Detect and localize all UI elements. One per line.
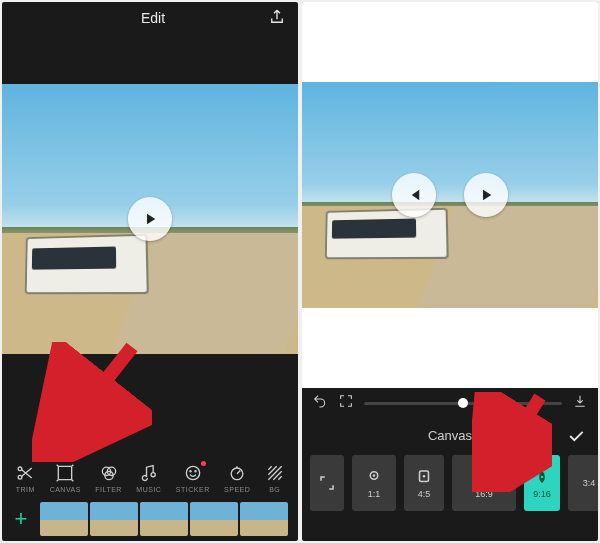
svg-point-1 bbox=[18, 475, 22, 479]
prev-button[interactable] bbox=[392, 173, 436, 217]
aspect-ratio-list: 1:1 4:5 16:9 9:16 3:4 4:3 bbox=[302, 449, 598, 523]
tool-label: BG bbox=[269, 486, 280, 493]
ratio-free[interactable] bbox=[310, 455, 344, 511]
svg-point-12 bbox=[373, 474, 375, 476]
tool-label: CANVAS bbox=[50, 486, 81, 493]
svg-point-8 bbox=[190, 471, 191, 472]
tool-filter[interactable]: FILTER bbox=[95, 463, 122, 493]
svg-rect-2 bbox=[59, 466, 72, 479]
ratio-16-9[interactable]: 16:9 bbox=[452, 455, 516, 511]
tool-speed[interactable]: SPEED bbox=[224, 463, 250, 493]
add-clip-button[interactable]: + bbox=[8, 506, 34, 532]
ratio-1-1[interactable]: 1:1 bbox=[352, 455, 396, 511]
ratio-label: 9:16 bbox=[533, 489, 551, 499]
tool-canvas[interactable]: CANVAS bbox=[50, 463, 81, 493]
edit-toolbar: TRIM CANVAS FILTER MUSIC STICKER SPE bbox=[2, 457, 298, 497]
svg-point-6 bbox=[151, 473, 155, 477]
share-icon[interactable] bbox=[268, 8, 286, 29]
clip-thumb[interactable] bbox=[40, 502, 88, 536]
play-button[interactable] bbox=[464, 173, 508, 217]
tool-label: FILTER bbox=[95, 486, 122, 493]
tool-label: STICKER bbox=[176, 486, 210, 493]
seek-slider[interactable] bbox=[364, 402, 562, 405]
undo-icon[interactable] bbox=[312, 393, 328, 413]
svg-point-14 bbox=[423, 475, 425, 477]
ratio-3-4[interactable]: 3:4 bbox=[568, 455, 598, 511]
page-title: Edit bbox=[141, 10, 165, 26]
download-icon[interactable] bbox=[572, 393, 588, 413]
clip-thumb[interactable] bbox=[190, 502, 238, 536]
ratio-label: 4:5 bbox=[418, 489, 431, 499]
tool-music[interactable]: MUSIC bbox=[136, 463, 161, 493]
video-preview-916[interactable] bbox=[302, 2, 598, 388]
tool-label: MUSIC bbox=[136, 486, 161, 493]
tool-trim[interactable]: TRIM bbox=[15, 463, 35, 493]
timeline[interactable]: + bbox=[2, 497, 298, 541]
svg-point-16 bbox=[541, 475, 543, 477]
clip-strip[interactable] bbox=[40, 502, 292, 536]
ratio-4-5[interactable]: 4:5 bbox=[404, 455, 444, 511]
seek-thumb[interactable] bbox=[458, 398, 468, 408]
ratio-9-16[interactable]: 9:16 bbox=[524, 455, 560, 511]
fullscreen-icon[interactable] bbox=[338, 393, 354, 413]
ratio-label: 3:4 bbox=[583, 478, 596, 488]
playback-bar bbox=[302, 388, 598, 418]
ratio-label: 1:1 bbox=[368, 489, 381, 499]
tool-label: SPEED bbox=[224, 486, 250, 493]
play-button[interactable] bbox=[128, 197, 172, 241]
ratio-label: 16:9 bbox=[475, 489, 493, 499]
badge-dot bbox=[201, 461, 206, 466]
confirm-icon[interactable] bbox=[566, 426, 586, 449]
tool-sticker[interactable]: STICKER bbox=[176, 463, 210, 493]
annotation-arrow bbox=[32, 342, 152, 462]
tool-bg[interactable]: BG bbox=[265, 463, 285, 493]
clip-thumb[interactable] bbox=[140, 502, 188, 536]
svg-point-9 bbox=[195, 471, 196, 472]
svg-point-7 bbox=[186, 466, 199, 479]
svg-point-0 bbox=[18, 467, 22, 471]
clip-thumb[interactable] bbox=[90, 502, 138, 536]
panel-title: Canvas bbox=[428, 428, 472, 443]
clip-thumb[interactable] bbox=[240, 502, 288, 536]
video-preview[interactable] bbox=[2, 84, 298, 354]
tool-label: TRIM bbox=[16, 486, 35, 493]
